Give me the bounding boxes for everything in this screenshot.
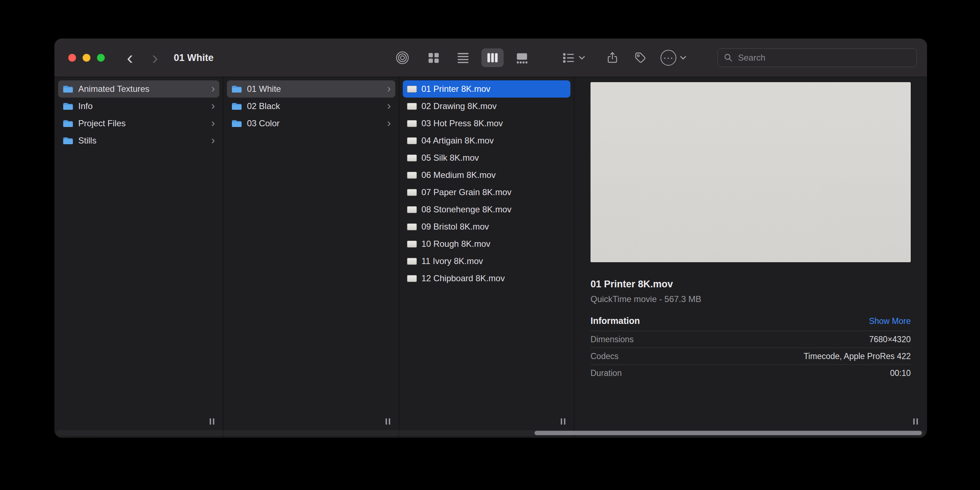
list-view-icon [457, 52, 469, 64]
airdrop-icon [396, 51, 409, 65]
horizontal-scrollbar-thumb[interactable] [535, 431, 922, 435]
gallery-view-icon [515, 52, 528, 64]
file-label: 06 Medium 8K.mov [422, 170, 496, 180]
airdrop-button[interactable] [391, 48, 414, 67]
folder-row[interactable]: 01 White › [227, 80, 395, 98]
zoom-button[interactable] [97, 54, 105, 62]
info-value: Timecode, Apple ProRes 422 [804, 352, 911, 361]
search-field[interactable] [718, 48, 917, 67]
file-row[interactable]: 06 Medium 8K.mov [403, 167, 570, 184]
chevron-right-icon: › [387, 82, 391, 94]
chevron-down-icon [579, 55, 585, 60]
folder-row[interactable]: 02 Black › [227, 98, 395, 115]
folder-icon [62, 119, 73, 128]
column-sidebar: Animated Textures › Info › [54, 77, 223, 438]
movie-thumbnail-icon [407, 86, 417, 92]
movie-thumbnail-icon [407, 241, 417, 247]
folder-icon [62, 85, 73, 94]
forward-button[interactable]: › [147, 47, 163, 68]
file-row[interactable]: 07 Paper Grain 8K.mov [403, 184, 570, 201]
file-row[interactable]: 12 Chipboard 8K.mov [403, 270, 570, 287]
search-icon [724, 53, 733, 62]
search-input[interactable] [737, 52, 911, 63]
close-button[interactable] [68, 54, 76, 62]
grid-view-icon [427, 52, 440, 64]
folder-label: 01 White [247, 84, 281, 94]
file-row[interactable]: 05 Silk 8K.mov [403, 149, 570, 167]
column-files: 01 Printer 8K.mov 02 Drawing 8K.mov 03 H… [399, 77, 574, 438]
information-table: Dimensions 7680×4320 Codecs Timecode, Ap… [590, 331, 911, 381]
window-controls [68, 54, 105, 62]
file-row[interactable]: 08 Stonehenge 8K.mov [403, 201, 570, 218]
movie-thumbnail-icon [407, 103, 417, 110]
window-title: 01 White [174, 52, 213, 63]
information-header: Information Show More [590, 316, 911, 331]
info-value: 7680×4320 [869, 335, 911, 344]
file-row[interactable]: 10 Rough 8K.mov [403, 235, 570, 252]
column-view-button[interactable] [481, 48, 504, 67]
info-row: Codecs Timecode, Apple ProRes 422 [590, 347, 911, 365]
folder-label: Stills [78, 136, 97, 146]
folder-icon [62, 102, 73, 111]
show-more-link[interactable]: Show More [869, 316, 911, 326]
file-label: 09 Bristol 8K.mov [422, 222, 489, 232]
file-row[interactable]: 02 Drawing 8K.mov [403, 98, 570, 115]
column-view-icon [486, 52, 500, 63]
info-label: Codecs [590, 352, 619, 361]
file-label: 11 Ivory 8K.mov [422, 256, 483, 266]
movie-thumbnail-icon [407, 206, 417, 213]
file-row[interactable]: 09 Bristol 8K.mov [403, 218, 570, 235]
folder-icon [231, 102, 242, 111]
column-resize-handle[interactable] [561, 418, 565, 425]
chevron-right-icon: › [211, 134, 215, 146]
minimize-button[interactable] [83, 54, 91, 62]
file-label: 07 Paper Grain 8K.mov [422, 187, 512, 197]
icon-view-button[interactable] [423, 48, 445, 67]
folder-row[interactable]: Stills › [58, 132, 220, 149]
column-resize-handle[interactable] [210, 418, 214, 425]
movie-thumbnail-icon [407, 275, 417, 282]
back-button[interactable]: ‹ [122, 47, 138, 68]
chevron-right-icon: › [211, 117, 215, 128]
file-label: 01 Printer 8K.mov [422, 84, 490, 94]
file-label: 10 Rough 8K.mov [422, 239, 490, 249]
column-folders: 01 White › 02 Black › [223, 77, 399, 438]
folder-row[interactable]: Info › [58, 98, 220, 115]
file-label: 05 Silk 8K.mov [422, 153, 479, 163]
group-button[interactable] [562, 48, 585, 67]
file-row[interactable]: 01 Printer 8K.mov [403, 80, 570, 98]
file-label: 03 Hot Press 8K.mov [422, 118, 503, 128]
file-row[interactable]: 04 Artigain 8K.mov [403, 132, 570, 149]
file-label: 02 Drawing 8K.mov [422, 101, 496, 111]
info-row: Duration 00:10 [590, 365, 911, 381]
chevron-right-icon: › [387, 117, 391, 128]
movie-thumbnail-icon [407, 137, 417, 144]
folder-row[interactable]: 03 Color › [227, 115, 395, 132]
horizontal-scrollbar-track[interactable] [56, 430, 926, 436]
folder-icon [62, 136, 73, 145]
info-label: Dimensions [590, 335, 633, 344]
chevron-right-icon: › [387, 100, 391, 111]
file-label: 12 Chipboard 8K.mov [422, 273, 505, 283]
chevron-right-icon: › [211, 100, 215, 111]
column-resize-handle[interactable] [385, 418, 390, 425]
preview-pane: 01 Printer 8K.mov QuickTime movie - 567.… [574, 77, 927, 438]
toolbar: ‹ › 01 White [54, 39, 927, 77]
preview-image [590, 82, 911, 262]
list-view-button[interactable] [452, 48, 474, 67]
more-options-button[interactable]: … [660, 48, 686, 67]
share-button[interactable] [602, 48, 622, 67]
preview-file-name: 01 Printer 8K.mov [590, 279, 911, 290]
file-row[interactable]: 03 Hot Press 8K.mov [403, 115, 570, 132]
gallery-view-button[interactable] [511, 48, 533, 67]
tags-button[interactable] [630, 48, 651, 67]
folder-icon [231, 119, 242, 128]
file-row[interactable]: 11 Ivory 8K.mov [403, 252, 570, 270]
movie-thumbnail-icon [407, 224, 417, 230]
ellipsis-circle-icon: … [660, 50, 676, 66]
folder-row[interactable]: Animated Textures › [58, 80, 220, 98]
folder-row[interactable]: Project Files › [58, 115, 220, 132]
column-resize-handle[interactable] [913, 418, 918, 425]
folder-label: 02 Black [247, 101, 280, 111]
group-icon [562, 52, 575, 64]
